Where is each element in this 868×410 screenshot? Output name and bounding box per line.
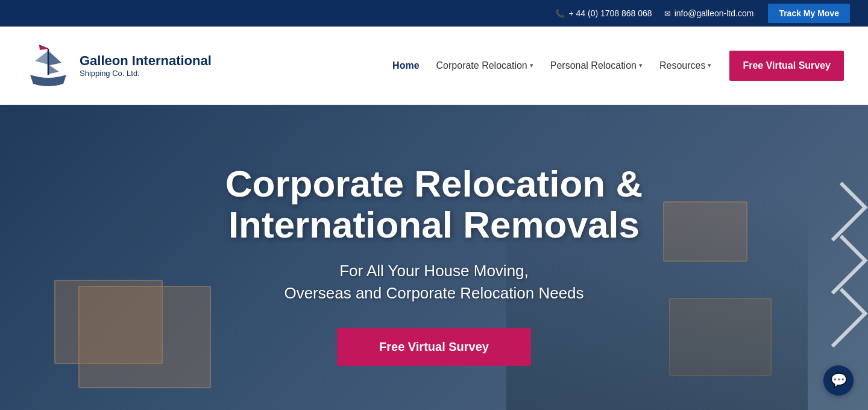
chevron-arrow-2	[808, 235, 868, 295]
phone-link[interactable]: 📞 + 44 (0) 1708 868 068	[555, 8, 652, 18]
logo-link[interactable]: Galleon International Shipping Co. Ltd.	[24, 42, 212, 90]
logo-text: Galleon International Shipping Co. Ltd.	[80, 53, 212, 78]
chevron-arrow-3	[808, 288, 868, 348]
nav-personal[interactable]: Personal Relocation ▾	[544, 55, 649, 76]
main-nav: Home Corporate Relocation ▾ Personal Rel…	[386, 51, 844, 81]
hero-content: Corporate Relocation & International Rem…	[213, 163, 655, 366]
hero-chevron-arrows	[796, 105, 868, 410]
nav-corporate[interactable]: Corporate Relocation ▾	[430, 55, 539, 76]
email-icon: ✉	[664, 9, 671, 18]
header: Galleon International Shipping Co. Ltd. …	[0, 27, 868, 105]
hero-section: Corporate Relocation & International Rem…	[0, 105, 868, 410]
hero-title: Corporate Relocation & International Rem…	[225, 163, 643, 245]
svg-marker-3	[39, 45, 48, 50]
track-move-button[interactable]: Track My Move	[768, 4, 850, 23]
logo-company-name: Galleon International	[80, 53, 212, 69]
chevron-down-icon: ▾	[708, 62, 711, 69]
chat-button[interactable]: 💬	[823, 365, 854, 396]
hero-cta-button[interactable]: Free Virtual Survey	[337, 328, 531, 366]
phone-number: + 44 (0) 1708 868 068	[568, 8, 652, 18]
nav-resources[interactable]: Resources ▾	[653, 55, 717, 76]
email-link[interactable]: ✉ info@galleon-ltd.com	[664, 8, 754, 18]
chat-icon: 💬	[831, 373, 847, 388]
logo-icon	[24, 42, 72, 90]
phone-icon: 📞	[555, 9, 565, 18]
hero-subtitle: For All Your House Moving,Overseas and C…	[225, 260, 643, 304]
email-address: info@galleon-ltd.com	[675, 8, 754, 18]
chevron-down-icon: ▾	[639, 62, 643, 69]
nav-free-survey-button[interactable]: Free Virtual Survey	[729, 51, 844, 81]
chevron-arrow-1	[808, 182, 868, 242]
nav-home[interactable]: Home	[386, 55, 425, 76]
top-bar: 📞 + 44 (0) 1708 868 068 ✉ info@galleon-l…	[0, 0, 868, 27]
chevron-down-icon: ▾	[530, 62, 533, 69]
logo-subtitle: Shipping Co. Ltd.	[80, 69, 212, 78]
contact-info: 📞 + 44 (0) 1708 868 068 ✉ info@galleon-l…	[555, 8, 753, 18]
